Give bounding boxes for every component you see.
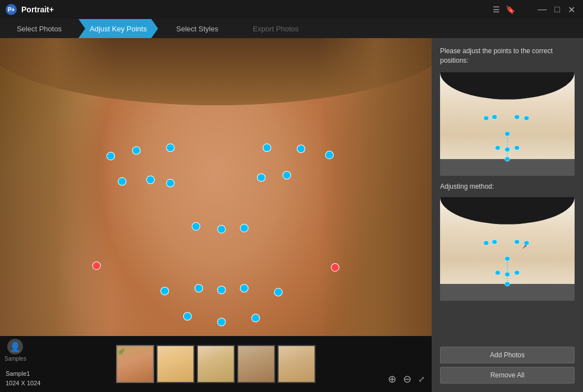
svg-point-42	[515, 270, 520, 275]
preview-face-2: ↗	[440, 197, 575, 301]
preview-image-1	[440, 72, 575, 176]
hair-right	[320, 38, 432, 336]
zoom-out-button[interactable]: ⊖	[402, 372, 413, 386]
method-label: Adjusting method:	[440, 183, 575, 190]
svg-point-34	[484, 241, 489, 245]
photo-area: Sample1 1024 X 1024 👤 Samples ✓	[0, 38, 432, 392]
checkmark-1: ✓	[118, 347, 125, 356]
thumbnail-5[interactable]	[277, 345, 316, 383]
remove-all-button[interactable]: Remove All	[440, 367, 575, 384]
thumb-face-3	[198, 346, 234, 382]
thumbnail-2[interactable]	[156, 345, 195, 383]
fit-button[interactable]: ⤢	[417, 372, 426, 386]
svg-text:↗: ↗	[522, 243, 528, 249]
preview-keypoints-2: ↗	[440, 197, 575, 301]
preview-face-1	[440, 72, 575, 176]
restore-button[interactable]: □	[552, 3, 562, 16]
tab-export-photos: Export Photos	[237, 19, 315, 38]
tabbar: Select Photos Adjust Key Points Select S…	[0, 19, 583, 38]
main-content: Sample1 1024 X 1024 👤 Samples ✓	[0, 38, 583, 392]
svg-point-29	[495, 146, 500, 150]
add-photos-button[interactable]: Add Photos	[440, 347, 575, 363]
thumbnail-3[interactable]	[197, 345, 235, 383]
thumb-face-2	[158, 346, 193, 382]
right-panel: Please adjust the points to the correct …	[432, 38, 583, 392]
svg-point-31	[515, 146, 520, 150]
thumbnail-row: ✓	[116, 345, 316, 383]
zoom-controls: ⊕ ⊖ ⤢	[387, 372, 426, 386]
svg-point-24	[484, 116, 489, 120]
bottom-strip: Sample1 1024 X 1024 👤 Samples ✓	[0, 336, 432, 392]
tab-select-photos[interactable]: Select Photos	[0, 19, 78, 38]
thumbnail-1[interactable]: ✓	[116, 345, 154, 383]
svg-point-40	[495, 270, 500, 275]
menu-icon[interactable]: ☰	[493, 5, 500, 14]
tab-adjust-keypoints[interactable]: Adjust Key Points	[78, 19, 158, 38]
bookmark-icon[interactable]: 🔖	[506, 5, 515, 14]
window-controls: — □ ✕	[535, 3, 577, 16]
user-section: 👤 Samples	[4, 339, 26, 389]
app-icon: P+	[6, 4, 17, 15]
zoom-in-button[interactable]: ⊕	[387, 372, 397, 386]
action-buttons: Add Photos Remove All	[440, 347, 575, 384]
hair-left	[0, 38, 112, 336]
svg-point-25	[492, 115, 497, 119]
thumb-face-5	[279, 346, 314, 382]
user-icon: 👤	[7, 339, 23, 354]
app-icon-text: P+	[8, 7, 15, 13]
close-button[interactable]: ✕	[566, 3, 577, 16]
svg-point-36	[515, 240, 520, 244]
svg-point-26	[515, 115, 520, 119]
svg-point-35	[492, 240, 497, 244]
app-title: Portrait+	[21, 5, 54, 14]
portrait-photo[interactable]	[0, 38, 432, 336]
instruction-text: Please adjust the points to the correct …	[440, 46, 575, 66]
tab-select-styles[interactable]: Select Styles	[158, 19, 237, 38]
thumbnail-4[interactable]	[237, 345, 275, 383]
titlebar-left: P+ Portrait+	[6, 4, 54, 15]
minimize-button[interactable]: —	[535, 3, 549, 16]
user-label: Samples	[4, 356, 26, 362]
titlebar: P+ Portrait+ ☰ 🔖 — □ ✕	[0, 0, 583, 19]
preview-keypoints-1	[440, 72, 575, 176]
svg-point-27	[524, 116, 529, 120]
thumb-face-4	[238, 346, 274, 382]
preview-image-2: ↗	[440, 197, 575, 301]
titlebar-icons: ☰ 🔖	[493, 5, 515, 14]
